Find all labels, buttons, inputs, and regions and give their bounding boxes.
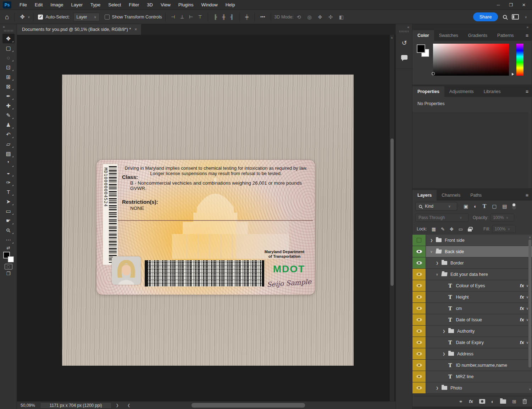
- chevron-down-icon[interactable]: ∨: [526, 307, 528, 310]
- chevron-down-icon[interactable]: ∨: [526, 318, 528, 322]
- close-icon[interactable]: ✕: [522, 2, 526, 7]
- menu-plugins[interactable]: Plugins: [174, 0, 198, 10]
- toolbar-expand-icon[interactable]: »: [0, 24, 17, 29]
- menu-3d[interactable]: 3D: [143, 0, 157, 10]
- distribute-horizontal-icon[interactable]: ╪: [243, 14, 251, 20]
- roll-3d-icon[interactable]: ◎: [304, 14, 315, 20]
- align-right-icon[interactable]: ⊢: [187, 14, 195, 20]
- swap-colors-icon[interactable]: ⇄: [6, 245, 10, 250]
- visibility-toggle[interactable]: [412, 303, 426, 314]
- new-layer-icon[interactable]: ⊞: [512, 399, 516, 404]
- orbit-3d-icon[interactable]: ⟲: [294, 14, 304, 20]
- frame-tool[interactable]: ⊠: [2, 82, 15, 91]
- visibility-toggle[interactable]: [412, 269, 426, 280]
- chevron-down-icon[interactable]: ∨: [430, 250, 436, 253]
- distribute-center-icon[interactable]: ╫: [220, 14, 228, 20]
- menu-type[interactable]: Type: [87, 0, 104, 10]
- lock-artboard-icon[interactable]: ▭: [456, 227, 465, 232]
- visibility-toggle[interactable]: [412, 337, 426, 348]
- document-tab[interactable]: Documents for you.psd @ 50,1% (Back side…: [17, 24, 142, 35]
- menu-view[interactable]: View: [157, 0, 174, 10]
- tab-paths[interactable]: Paths: [465, 190, 487, 201]
- minimize-icon[interactable]: ─: [497, 2, 500, 7]
- fx-icon[interactable]: fx: [520, 294, 524, 300]
- fill-value[interactable]: 100% ∨: [492, 225, 516, 233]
- chevron-down-icon[interactable]: ∨: [27, 15, 30, 19]
- visibility-toggle[interactable]: [412, 291, 426, 302]
- align-top-icon[interactable]: ⊤: [196, 14, 205, 20]
- scroll-down-icon[interactable]: ∨: [529, 388, 531, 391]
- path-select-tool[interactable]: ➤: [2, 197, 15, 206]
- canvas-area[interactable]: Driving in Maryland implies consent to c…: [17, 35, 395, 401]
- layer-style-icon[interactable]: fx: [469, 399, 473, 404]
- tab-color[interactable]: Color: [412, 30, 434, 41]
- adjustment-layer-icon[interactable]: ◐: [491, 399, 494, 404]
- slide-3d-icon[interactable]: ✣: [325, 14, 336, 20]
- layer-row-mrz-line[interactable]: T MRZ line: [412, 371, 532, 382]
- align-center-h-icon[interactable]: ⊥: [178, 14, 187, 20]
- visibility-toggle[interactable]: [412, 246, 426, 257]
- chevron-down-icon[interactable]: ∨: [436, 273, 442, 276]
- marquee-tool[interactable]: ▢: [2, 43, 15, 53]
- layer-row-photo[interactable]: ❯ Photo: [412, 382, 532, 394]
- layer-row-address[interactable]: ❯ Address: [412, 348, 532, 360]
- brush-tool[interactable]: ✎: [2, 110, 15, 120]
- blend-mode-dropdown[interactable]: Pass Through ∨: [415, 213, 469, 222]
- menu-window[interactable]: Window: [197, 0, 221, 10]
- visibility-toggle[interactable]: [412, 371, 426, 382]
- dodge-tool[interactable]: ◒: [2, 168, 15, 178]
- canvas-vertical-scrollbar[interactable]: ∧: [390, 35, 394, 401]
- eyedropper-tool[interactable]: ✒: [2, 91, 15, 101]
- scroll-up-icon[interactable]: ∧: [391, 36, 393, 39]
- screen-mode-icon[interactable]: ❐: [6, 271, 11, 278]
- quick-mask-icon[interactable]: [5, 264, 12, 269]
- camera-3d-icon[interactable]: ◧: [336, 14, 347, 20]
- share-button[interactable]: Share: [473, 12, 498, 21]
- tab-channels[interactable]: Channels: [437, 190, 465, 201]
- menu-edit[interactable]: Edit: [31, 0, 46, 10]
- close-tab-icon[interactable]: ×: [134, 27, 137, 32]
- auto-select-dropdown[interactable]: Layer ∨: [73, 13, 100, 21]
- hand-tool[interactable]: ☛: [2, 216, 15, 225]
- link-layers-icon[interactable]: ⚭: [459, 399, 463, 404]
- fx-icon[interactable]: fx: [520, 283, 524, 288]
- history-panel-icon[interactable]: ↺: [396, 36, 413, 50]
- status-prev-icon[interactable]: ❮: [123, 403, 134, 407]
- expand-panels-icon[interactable]: «: [396, 24, 412, 29]
- visibility-toggle[interactable]: [412, 257, 426, 268]
- move-tool[interactable]: ✥: [2, 34, 15, 43]
- move-tool-preset-icon[interactable]: ✥: [18, 13, 27, 20]
- home-icon[interactable]: ⌂: [0, 13, 11, 21]
- visibility-toggle[interactable]: [412, 235, 426, 246]
- strip-grip[interactable]: [399, 31, 409, 32]
- distribute-top-icon[interactable]: ╟: [211, 14, 220, 20]
- zoom-tool[interactable]: ⚲: [2, 225, 15, 235]
- opacity-value[interactable]: 100% ∨: [491, 214, 514, 222]
- visibility-toggle[interactable]: [412, 314, 426, 325]
- tab-libraries[interactable]: Libraries: [479, 86, 506, 97]
- auto-select-checkbox[interactable]: ✓: [38, 15, 43, 20]
- gradient-tool[interactable]: ▧: [2, 149, 15, 158]
- saturation-brightness-field[interactable]: [433, 44, 509, 76]
- visibility-toggle[interactable]: [412, 348, 426, 359]
- layer-row-date-of-issue[interactable]: T Date of Issue fx∨: [412, 314, 532, 326]
- restore-icon[interactable]: ❐: [509, 2, 513, 7]
- scroll-up-icon[interactable]: ∧: [529, 236, 531, 239]
- layer-row-id-number-surname-name[interactable]: T ID number,surname,name: [412, 360, 532, 371]
- fx-icon[interactable]: fx: [520, 317, 524, 322]
- hue-slider[interactable]: [516, 44, 523, 76]
- document-canvas[interactable]: Driving in Maryland implies consent to c…: [62, 75, 354, 366]
- menu-image[interactable]: Image: [46, 0, 67, 10]
- menu-filter[interactable]: Filter: [125, 0, 143, 10]
- menu-file[interactable]: File: [16, 0, 31, 10]
- new-group-icon[interactable]: [500, 399, 506, 404]
- zoom-level[interactable]: 50,09%: [17, 403, 40, 408]
- type-tool[interactable]: T: [2, 187, 15, 197]
- pen-tool[interactable]: ✑: [2, 178, 15, 187]
- foreground-background-swatches[interactable]: [3, 252, 14, 262]
- fx-icon[interactable]: fx: [520, 306, 524, 311]
- visibility-toggle[interactable]: [412, 382, 426, 393]
- tab-adjustments[interactable]: Adjustments: [444, 86, 479, 97]
- chevron-right-icon[interactable]: ❯: [443, 329, 448, 333]
- layer-row-height[interactable]: T Height fx∨: [412, 291, 532, 303]
